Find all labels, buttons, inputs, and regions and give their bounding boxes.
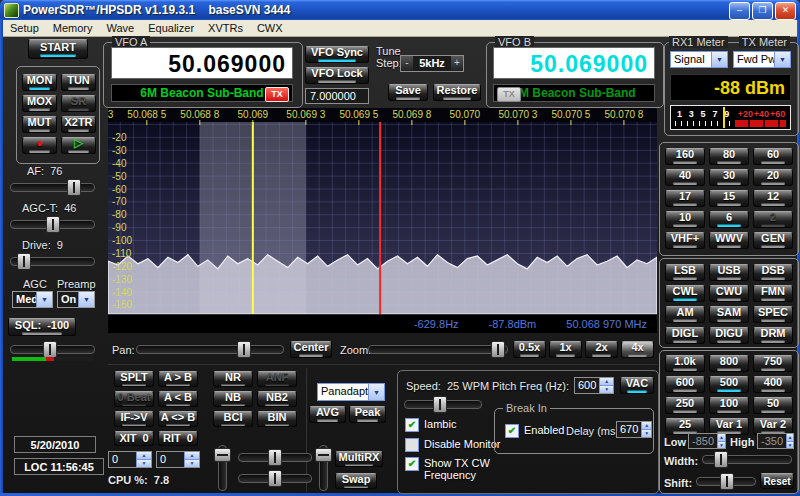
rx-button-sr[interactable]: SR: [61, 95, 96, 112]
iambic-checkbox[interactable]: ✔Iambic: [405, 418, 456, 432]
filter-low-spinner[interactable]: -850 ▲▼: [688, 433, 726, 449]
break-in-enabled-checkbox[interactable]: ✔Enabled: [505, 424, 564, 438]
band-button-6[interactable]: 6: [709, 211, 749, 228]
swap-button[interactable]: Swap: [335, 473, 377, 489]
mode-button-usb[interactable]: USB: [709, 264, 749, 281]
rx-button-tun[interactable]: TUN: [61, 74, 96, 91]
pitch-freq-spinner[interactable]: 600 ▲▼: [574, 377, 614, 394]
band-button-vhf-[interactable]: VHF+: [665, 232, 705, 249]
zoom-slider[interactable]: [368, 341, 508, 356]
drive-slider-thumb[interactable]: [17, 253, 31, 270]
rit-spinner[interactable]: 0 ▲▼: [156, 451, 200, 468]
mixer-slider-1-thumb[interactable]: [214, 448, 231, 462]
start-button[interactable]: START: [28, 39, 88, 59]
zoom-slider-thumb[interactable]: [491, 341, 505, 358]
pan-sub-slider-thumb[interactable]: [268, 470, 282, 487]
mode-button-drm[interactable]: DRM: [753, 327, 793, 344]
band-button-2[interactable]: 2: [753, 211, 793, 228]
band-button-17[interactable]: 17: [665, 190, 705, 207]
disable-monitor-checkbox[interactable]: Disable Monitor: [405, 438, 500, 452]
zoom-1x-button[interactable]: 1x: [549, 341, 582, 358]
zoom-0.5x-button[interactable]: 0.5x: [513, 341, 546, 358]
multirx-button[interactable]: MultiRX: [335, 451, 383, 467]
mixer-slider-2-thumb[interactable]: [315, 448, 332, 462]
rit-button[interactable]: RIT0: [158, 431, 198, 446]
save-button[interactable]: Save: [388, 84, 428, 101]
filter-button-400[interactable]: 400: [753, 376, 793, 393]
mode-button-dsb[interactable]: DSB: [753, 264, 793, 281]
band-button-wwv[interactable]: WWV: [709, 232, 749, 249]
mode-button-lsb[interactable]: LSB: [665, 264, 705, 281]
tx-meter-select[interactable]: Fwd Pwr▼: [733, 51, 791, 68]
band-button-gen[interactable]: GEN: [753, 232, 793, 249]
filter-button-800[interactable]: 800: [709, 355, 749, 372]
center-button[interactable]: Center: [290, 341, 332, 358]
shift-reset-button[interactable]: Reset: [760, 473, 794, 489]
panadapter-display[interactable]: 50.068 350.068 550.068 850.06950.069 350…: [108, 108, 657, 314]
vac-button[interactable]: VAC: [620, 377, 654, 394]
vfo-op-button-splt[interactable]: SPLT: [114, 371, 154, 387]
filter-button-600[interactable]: 600: [665, 376, 705, 393]
peak-button[interactable]: Peak: [349, 406, 386, 423]
vfo-sync-button[interactable]: VFO Sync: [305, 46, 369, 63]
mode-button-sam[interactable]: SAM: [709, 306, 749, 323]
mode-button-fmn[interactable]: FMN: [753, 285, 793, 302]
band-button-30[interactable]: 30: [709, 169, 749, 186]
menu-equalizer[interactable]: Equalizer: [141, 22, 201, 34]
rx-button-mon[interactable]: MON: [22, 74, 57, 91]
menu-wave[interactable]: Wave: [99, 22, 141, 34]
filter-button-50[interactable]: 50: [753, 397, 793, 414]
af-slider[interactable]: [10, 179, 95, 194]
vfo-b-frequency[interactable]: 50.069000: [493, 47, 655, 79]
menu-xvtrs[interactable]: XVTRs: [201, 22, 250, 34]
af-slider-thumb[interactable]: [67, 179, 81, 196]
cw-speed-slider-thumb[interactable]: [433, 396, 447, 413]
xit-button[interactable]: XIT0: [114, 431, 154, 446]
rx-button-mut[interactable]: MUT: [22, 116, 57, 133]
menu-cwx[interactable]: CWX: [250, 22, 290, 34]
pan-slider[interactable]: [136, 341, 284, 356]
dsp-button-bin[interactable]: BIN: [257, 411, 297, 427]
mixer-slider-2[interactable]: [315, 445, 332, 491]
band-button-40[interactable]: 40: [665, 169, 705, 186]
mode-button-digl[interactable]: DIGL: [665, 327, 705, 344]
mode-button-spec[interactable]: SPEC: [753, 306, 793, 323]
sub-rx-frequency[interactable]: 7.000000: [305, 88, 369, 104]
cw-speed-slider[interactable]: [404, 396, 482, 411]
display-mode-select[interactable]: Panadapter▼: [317, 383, 385, 401]
step-plus-icon[interactable]: +: [451, 56, 463, 71]
rx-button-x2tr[interactable]: X2TR: [61, 116, 96, 133]
band-button-12[interactable]: 12: [753, 190, 793, 207]
vfo-op-button-if-v[interactable]: IF->V: [114, 411, 154, 427]
agc-select[interactable]: Med▼: [12, 291, 53, 308]
squelch-slider[interactable]: [10, 341, 95, 356]
vfo-op-button-a-b[interactable]: A > B: [158, 371, 198, 387]
dsp-button-bci[interactable]: BCI: [213, 411, 253, 427]
band-button-80[interactable]: 80: [709, 148, 749, 165]
mode-button-cwu[interactable]: CWU: [709, 285, 749, 302]
width-slider[interactable]: [702, 451, 792, 466]
menu-setup[interactable]: Setup: [3, 22, 46, 34]
xit-spinner[interactable]: 0 ▲▼: [108, 451, 152, 468]
filter-button-250[interactable]: 250: [665, 397, 705, 414]
mixer-slider-1[interactable]: [214, 445, 231, 491]
restore-button[interactable]: Restore: [433, 84, 481, 101]
menu-memory[interactable]: Memory: [46, 22, 100, 34]
maximize-icon[interactable]: ❐: [752, 2, 773, 20]
vfo-op-button-a-b[interactable]: A < B: [158, 391, 198, 407]
shift-slider[interactable]: [696, 473, 756, 488]
record-icon[interactable]: ●: [22, 137, 57, 154]
pan-sub-slider[interactable]: [238, 470, 312, 485]
avg-button[interactable]: AVG: [309, 406, 346, 423]
vfo-a-frequency[interactable]: 50.069000: [111, 47, 293, 79]
minimize-icon[interactable]: –: [729, 2, 750, 20]
vfo-op-button-a-b[interactable]: A <> B: [158, 411, 198, 427]
filter-button-100[interactable]: 100: [709, 397, 749, 414]
step-minus-icon[interactable]: -: [401, 56, 413, 71]
vfo-a-tx-button[interactable]: TX: [265, 87, 289, 102]
rx-meter-select[interactable]: Signal▼: [670, 51, 728, 68]
preamp-select[interactable]: On▼: [57, 291, 95, 308]
band-button-160[interactable]: 160: [665, 148, 705, 165]
filter-button-1.0k[interactable]: 1.0k: [665, 355, 705, 372]
dsp-button-anf[interactable]: ANF: [257, 371, 297, 387]
